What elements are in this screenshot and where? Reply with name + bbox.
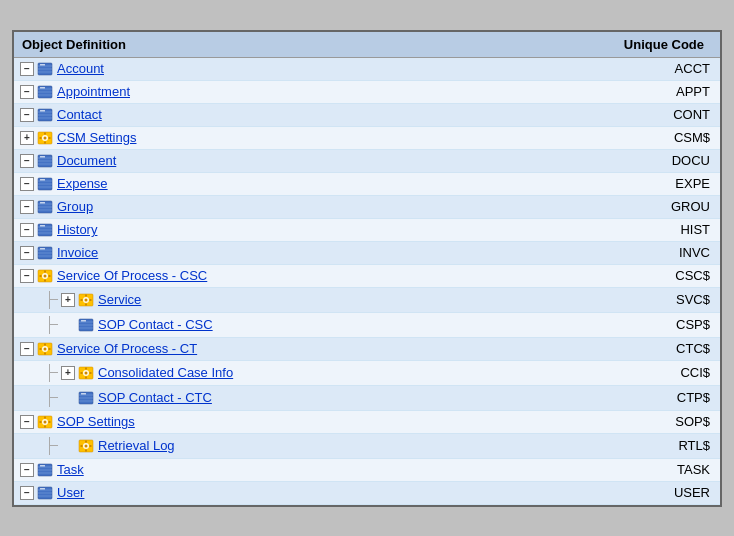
svg-rect-69 (44, 343, 46, 345)
svg-rect-90 (40, 421, 42, 423)
gear-icon-sop-settings (37, 414, 53, 430)
db-icon-user (37, 485, 53, 501)
gear-icon-csm-settings (37, 130, 53, 146)
expand-btn-consolidated-case[interactable]: + (61, 366, 75, 380)
svg-rect-36 (40, 202, 45, 204)
label-invoice[interactable]: Invoice (57, 245, 98, 260)
tree-row-sop-settings: − SOP SettingsSOP$ (14, 411, 720, 434)
svg-rect-21 (49, 137, 51, 139)
svg-rect-9 (40, 87, 45, 89)
code-account: ACCT (620, 61, 720, 76)
svg-rect-84 (81, 393, 86, 395)
tree-row-consolidated-case: + Consolidated Case InfoCCI$ (14, 361, 720, 386)
svg-rect-58 (85, 303, 87, 305)
svg-rect-19 (44, 141, 46, 143)
label-sop-contact-ctc[interactable]: SOP Contact - CTC (98, 390, 212, 405)
svg-rect-108 (40, 488, 45, 490)
label-history[interactable]: History (57, 222, 97, 237)
label-service[interactable]: Service (98, 292, 141, 307)
header-row: Object Definition Unique Code (14, 32, 720, 58)
label-task[interactable]: Task (57, 462, 84, 477)
code-history: HIST (620, 222, 720, 237)
tree-row-sop-csc: − Service Of Process - CSCCSC$ (14, 265, 720, 288)
svg-rect-65 (81, 320, 86, 322)
tree-row-user: − UserUSER (14, 482, 720, 505)
db-icon-group (37, 199, 53, 215)
label-appointment[interactable]: Appointment (57, 84, 130, 99)
label-user[interactable]: User (57, 485, 84, 500)
code-user: USER (620, 485, 720, 500)
code-appointment: APPT (620, 84, 720, 99)
code-contact: CONT (620, 107, 720, 122)
header-object-definition: Object Definition (22, 37, 612, 52)
code-service: SVC$ (620, 292, 720, 307)
gear-icon-sop-ct (37, 341, 53, 357)
label-consolidated-case[interactable]: Consolidated Case Info (98, 365, 233, 380)
svg-rect-103 (40, 465, 45, 467)
label-retrieval-log[interactable]: Retrieval Log (98, 438, 175, 453)
svg-rect-72 (49, 348, 51, 350)
label-sop-contact-csc[interactable]: SOP Contact - CSC (98, 317, 213, 332)
db-icon-sop-contact-ctc (78, 390, 94, 406)
svg-rect-14 (40, 110, 45, 112)
collapse-btn-sop-csc[interactable]: − (20, 269, 34, 283)
tree-row-sop-ct: − Service Of Process - CTCTC$ (14, 338, 720, 361)
header-unique-code: Unique Code (612, 37, 712, 52)
svg-rect-50 (44, 270, 46, 272)
gear-icon-retrieval-log (78, 438, 94, 454)
collapse-btn-expense[interactable]: − (20, 177, 34, 191)
label-contact[interactable]: Contact (57, 107, 102, 122)
tree-row-sop-contact-csc: SOP Contact - CSCCSP$ (14, 313, 720, 338)
svg-rect-97 (81, 445, 83, 447)
code-task: TASK (620, 462, 720, 477)
svg-rect-20 (40, 137, 42, 139)
label-csm-settings[interactable]: CSM Settings (57, 130, 136, 145)
label-expense[interactable]: Expense (57, 176, 108, 191)
collapse-btn-group[interactable]: − (20, 200, 34, 214)
svg-rect-95 (85, 440, 87, 442)
tree-row-appointment: − AppointmentAPPT (14, 81, 720, 104)
label-group[interactable]: Group (57, 199, 93, 214)
collapse-btn-user[interactable]: − (20, 486, 34, 500)
label-sop-settings[interactable]: SOP Settings (57, 414, 135, 429)
svg-point-56 (85, 298, 88, 301)
tree-row-document: − DocumentDOCU (14, 150, 720, 173)
label-document[interactable]: Document (57, 153, 116, 168)
svg-rect-76 (85, 367, 87, 369)
gear-icon-sop-csc (37, 268, 53, 284)
collapse-btn-task[interactable]: − (20, 463, 34, 477)
gear-icon-consolidated-case (78, 365, 94, 381)
tree-body: − AccountACCT− AppointmentAPPT− ContactC… (14, 58, 720, 505)
tree-row-group: − GroupGROU (14, 196, 720, 219)
label-sop-csc[interactable]: Service Of Process - CSC (57, 268, 207, 283)
label-sop-ct[interactable]: Service Of Process - CT (57, 341, 197, 356)
main-container: Object Definition Unique Code − AccountA… (12, 30, 722, 507)
svg-point-49 (44, 274, 47, 277)
collapse-btn-document[interactable]: − (20, 154, 34, 168)
expand-btn-service[interactable]: + (61, 293, 75, 307)
tree-row-sop-contact-ctc: SOP Contact - CTCCTP$ (14, 386, 720, 411)
collapse-btn-sop-settings[interactable]: − (20, 415, 34, 429)
db-icon-task (37, 462, 53, 478)
svg-point-68 (44, 347, 47, 350)
code-csm-settings: CSM$ (620, 130, 720, 145)
svg-rect-98 (90, 445, 92, 447)
collapse-btn-sop-ct[interactable]: − (20, 342, 34, 356)
collapse-btn-contact[interactable]: − (20, 108, 34, 122)
expand-btn-csm-settings[interactable]: + (20, 131, 34, 145)
tree-row-invoice: − InvoiceINVC (14, 242, 720, 265)
code-retrieval-log: RTL$ (620, 438, 720, 453)
collapse-btn-appointment[interactable]: − (20, 85, 34, 99)
tree-row-account: − AccountACCT (14, 58, 720, 81)
code-sop-contact-csc: CSP$ (620, 317, 720, 332)
collapse-btn-invoice[interactable]: − (20, 246, 34, 260)
svg-rect-31 (40, 179, 45, 181)
svg-rect-51 (44, 279, 46, 281)
svg-rect-70 (44, 352, 46, 354)
svg-rect-46 (40, 248, 45, 250)
svg-rect-59 (81, 299, 83, 301)
svg-point-75 (85, 371, 88, 374)
collapse-btn-account[interactable]: − (20, 62, 34, 76)
collapse-btn-history[interactable]: − (20, 223, 34, 237)
label-account[interactable]: Account (57, 61, 104, 76)
